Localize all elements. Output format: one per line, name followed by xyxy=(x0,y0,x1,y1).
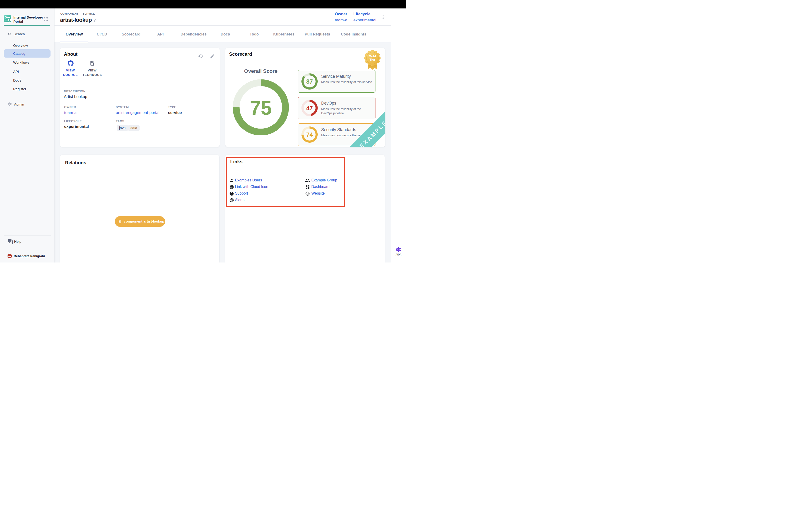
svg-text:Tier: Tier xyxy=(370,58,376,61)
svg-text:?: ? xyxy=(9,239,11,242)
svg-text:Gold: Gold xyxy=(369,55,376,58)
svg-text:87: 87 xyxy=(306,78,313,85)
svg-text:75: 75 xyxy=(250,97,272,119)
svg-text:47: 47 xyxy=(306,105,313,111)
